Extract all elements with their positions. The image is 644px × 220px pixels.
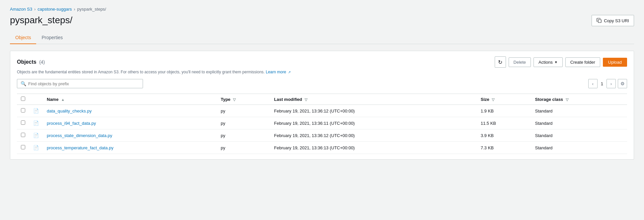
- file-icon-cell: 📄: [29, 142, 43, 154]
- file-icon-cell: 📄: [29, 117, 43, 129]
- search-row: 🔍 ‹ 1 › ⚙: [17, 79, 627, 88]
- breadcrumb-bucket[interactable]: capstone-suggars: [37, 7, 72, 12]
- row-type: py: [217, 105, 270, 117]
- col-type: Type ▽: [217, 94, 270, 105]
- external-link-icon: ↗: [288, 70, 291, 74]
- col-storage-class: Storage class ▽: [531, 94, 627, 105]
- row-last-modified: February 19, 2021, 13:36:11 (UTC+00:00): [270, 117, 477, 129]
- refresh-button[interactable]: ↻: [495, 56, 506, 68]
- panel-actions: ↻ Delete Actions ▼ Create folder Upload: [495, 56, 627, 68]
- file-link[interactable]: process_temperature_fact_data.py: [47, 145, 113, 150]
- panel-description: Objects are the fundamental entities sto…: [17, 70, 627, 74]
- col-size: Size ▽: [477, 94, 531, 105]
- row-type: py: [217, 142, 270, 154]
- file-icon: 📄: [33, 108, 39, 113]
- row-checkbox[interactable]: [21, 120, 25, 125]
- select-all-checkbox[interactable]: [21, 97, 25, 101]
- copy-icon: [597, 18, 602, 23]
- search-icon: 🔍: [21, 81, 26, 86]
- svg-rect-0: [598, 20, 601, 23]
- breadcrumb: Amazon S3 › capstone-suggars › pyspark_s…: [10, 7, 634, 12]
- row-storage-class: Standard: [531, 129, 627, 142]
- file-icon-cell: 📄: [29, 105, 43, 117]
- learn-more-link[interactable]: Learn more ↗: [266, 70, 291, 74]
- row-size: 3.9 KB: [477, 129, 531, 142]
- row-name: process_i94_fact_data.py: [43, 117, 217, 129]
- row-checkbox-cell: [17, 129, 29, 142]
- row-checkbox[interactable]: [21, 133, 25, 137]
- col-last-modified: Last modified ▽: [270, 94, 477, 105]
- row-last-modified: February 19, 2021, 13:36:12 (UTC+00:00): [270, 129, 477, 142]
- breadcrumb-s3[interactable]: Amazon S3: [10, 7, 32, 12]
- refresh-icon: ↻: [498, 59, 502, 65]
- row-size: 1.9 KB: [477, 105, 531, 117]
- panel-title-area: Objects (4): [17, 59, 45, 65]
- row-checkbox-cell: [17, 105, 29, 117]
- row-checkbox[interactable]: [21, 145, 25, 149]
- row-name: data_quality_checks.py: [43, 105, 217, 117]
- storage-sort-icon: ▽: [566, 98, 568, 102]
- create-folder-button[interactable]: Create folder: [565, 57, 600, 67]
- prev-page-button[interactable]: ‹: [588, 79, 598, 88]
- tab-properties[interactable]: Properties: [36, 32, 68, 44]
- row-last-modified: February 19, 2021, 13:36:13 (UTC+00:00): [270, 142, 477, 154]
- breadcrumb-current: pyspark_steps/: [77, 7, 106, 12]
- table-row: 📄 data_quality_checks.py py February 19,…: [17, 105, 627, 117]
- file-icon-cell: 📄: [29, 129, 43, 142]
- tab-objects[interactable]: Objects: [10, 32, 36, 44]
- actions-button[interactable]: Actions ▼: [534, 57, 563, 67]
- next-page-button[interactable]: ›: [607, 79, 616, 88]
- file-icon: 📄: [33, 120, 39, 126]
- table-header-row: Name ▲ Type ▽ Last modified ▽ Size ▽: [17, 94, 627, 105]
- panel-title: Objects (4): [17, 59, 45, 65]
- tabs: Objects Properties: [10, 32, 634, 44]
- row-size: 11.5 KB: [477, 117, 531, 129]
- row-type: py: [217, 117, 270, 129]
- file-link[interactable]: process_i94_fact_data.py: [47, 121, 96, 126]
- row-name: process_state_dimension_data.py: [43, 129, 217, 142]
- search-box: 🔍: [17, 79, 143, 88]
- name-sort-asc-icon: ▲: [61, 98, 65, 102]
- search-input[interactable]: [28, 81, 139, 86]
- page-title: pyspark_steps/: [10, 15, 72, 26]
- file-icon: 📄: [33, 145, 39, 150]
- chevron-down-icon: ▼: [554, 60, 558, 64]
- table-settings-button[interactable]: ⚙: [618, 79, 627, 88]
- row-storage-class: Standard: [531, 117, 627, 129]
- row-size: 7.3 KB: [477, 142, 531, 154]
- objects-table: Name ▲ Type ▽ Last modified ▽ Size ▽: [17, 94, 627, 154]
- modified-sort-icon: ▽: [305, 98, 307, 102]
- pagination: ‹ 1 › ⚙: [588, 79, 627, 88]
- file-link[interactable]: process_state_dimension_data.py: [47, 133, 112, 138]
- upload-button[interactable]: Upload: [603, 58, 627, 67]
- type-sort-icon: ▽: [233, 98, 236, 102]
- page-header: pyspark_steps/ Copy S3 URI: [10, 15, 634, 26]
- table-row: 📄 process_state_dimension_data.py py Feb…: [17, 129, 627, 142]
- row-checkbox-cell: [17, 142, 29, 154]
- row-last-modified: February 19, 2021, 13:36:12 (UTC+00:00): [270, 105, 477, 117]
- row-name: process_temperature_fact_data.py: [43, 142, 217, 154]
- objects-panel: Objects (4) ↻ Delete Actions ▼ Create fo…: [10, 51, 634, 160]
- row-checkbox[interactable]: [21, 108, 25, 112]
- size-sort-icon: ▽: [492, 98, 494, 102]
- col-name: Name ▲: [43, 94, 217, 105]
- table-row: 📄 process_temperature_fact_data.py py Fe…: [17, 142, 627, 154]
- row-storage-class: Standard: [531, 142, 627, 154]
- row-type: py: [217, 129, 270, 142]
- row-checkbox-cell: [17, 117, 29, 129]
- copy-s3-uri-button[interactable]: Copy S3 URI: [592, 15, 634, 26]
- delete-button[interactable]: Delete: [509, 57, 531, 67]
- file-link[interactable]: data_quality_checks.py: [47, 109, 92, 113]
- table-row: 📄 process_i94_fact_data.py py February 1…: [17, 117, 627, 129]
- page-number: 1: [600, 81, 605, 86]
- file-icon: 📄: [33, 133, 39, 138]
- row-storage-class: Standard: [531, 105, 627, 117]
- header-checkbox-col: [17, 94, 29, 105]
- panel-header: Objects (4) ↻ Delete Actions ▼ Create fo…: [17, 56, 627, 68]
